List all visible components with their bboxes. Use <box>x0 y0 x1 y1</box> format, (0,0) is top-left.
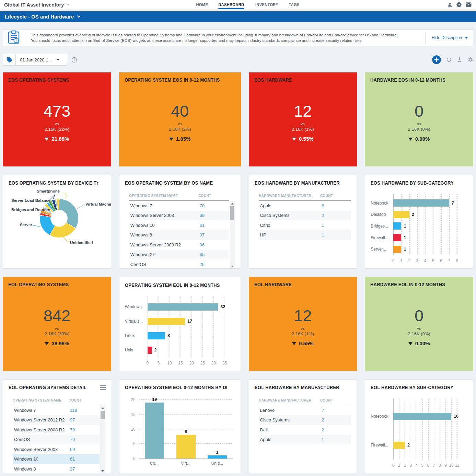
kpi-eos-operating-systems[interactable]: EOS OPERATING SYSTEMS 473 vs 2.16K (22%)… <box>3 72 111 166</box>
table-row[interactable]: Windows XP35 <box>129 250 229 260</box>
value-label: 7 <box>452 201 454 206</box>
user-icon[interactable] <box>447 2 453 8</box>
bar[interactable] <box>148 332 165 339</box>
row-label: Dell <box>260 427 322 432</box>
count-link[interactable]: 69 <box>70 447 100 452</box>
kpi-os-eos-0-12-months[interactable]: OPERATING SYSTEM EOS IN 0-12 MONTHS 40 v… <box>119 72 241 166</box>
bar[interactable] <box>148 303 218 311</box>
table-row[interactable]: Windows Server 200369 <box>129 211 229 221</box>
nav-inventory[interactable]: INVENTORY <box>255 0 278 9</box>
refresh-icon[interactable] <box>446 57 452 63</box>
table-row[interactable]: Windows 7118 <box>13 405 100 415</box>
dashboard-selector[interactable]: Lifecycle - OS and Hardware <box>0 11 476 22</box>
info-icon[interactable]: i <box>71 57 77 63</box>
bar[interactable] <box>176 435 196 458</box>
kpi-hardware-eos-0-12-months[interactable]: HARDWARE EOS IN 0-12 MONTHS 0 vs 2.16K (… <box>365 72 473 166</box>
table-row[interactable]: CentOS70 <box>13 435 100 445</box>
table-row[interactable]: CentOS25 <box>129 259 229 269</box>
table-row[interactable]: Windows Server 2008 R279 <box>13 425 100 435</box>
table-row[interactable]: Dell2 <box>259 425 351 435</box>
count-link[interactable]: 61 <box>70 456 100 462</box>
count-link[interactable]: 37 <box>70 466 100 472</box>
count-link[interactable]: 25 <box>200 262 229 267</box>
nav-dashboard[interactable]: DASHBOARD <box>219 0 244 9</box>
category-label: Desktop <box>371 212 393 217</box>
count-link[interactable]: 1 <box>322 437 351 442</box>
count-link[interactable]: 37 <box>200 232 229 237</box>
add-widget-button[interactable] <box>432 55 441 65</box>
table-row[interactable]: Windows 1061 <box>129 220 229 230</box>
count-link[interactable]: 8 <box>322 203 351 208</box>
table-header: HARDWARE MANUFACTURERCOUNT <box>259 190 351 201</box>
bar[interactable] <box>393 234 401 241</box>
bar[interactable] <box>393 222 401 230</box>
bar[interactable] <box>393 199 449 207</box>
table-row[interactable]: Windows 837 <box>129 230 229 240</box>
count-link[interactable]: 97 <box>70 417 100 422</box>
table-row[interactable]: Cisco Systems2 <box>259 211 351 221</box>
kpi-hardware-eol-0-12-months[interactable]: HARDWARE EOL IN 0-12 MONTHS 0 vs 2.16K (… <box>365 277 473 371</box>
row-label: Windows XP <box>130 252 200 257</box>
count-link[interactable]: 1 <box>322 223 351 228</box>
scrollbar-thumb[interactable] <box>101 411 105 419</box>
nav-home[interactable]: HOME <box>196 0 208 9</box>
table-row[interactable]: Windows Server 2003 R236 <box>129 240 229 250</box>
settings-gear-icon[interactable] <box>467 57 473 63</box>
bar[interactable] <box>148 318 185 325</box>
count-link[interactable]: 1 <box>322 232 351 237</box>
count-link[interactable]: 35 <box>200 252 229 257</box>
download-icon[interactable] <box>456 57 463 63</box>
kpi-eol-operating-systems[interactable]: EOL OPERATING SYSTEMS 842 vs 2.16K (39%)… <box>3 277 111 371</box>
table-row[interactable]: Windows 1061 <box>13 454 100 464</box>
table-row[interactable]: Windows Server 200369 <box>13 444 100 454</box>
count-link[interactable]: 118 <box>70 408 100 413</box>
row-label: Windows 8 <box>130 232 200 237</box>
app-title-menu[interactable]: Global IT Asset Inventory <box>4 2 70 8</box>
count-link[interactable]: 79 <box>70 427 100 432</box>
date-range-select[interactable]: 01 Jan 2020 1... <box>16 54 67 66</box>
table-row[interactable]: HP1 <box>259 230 351 240</box>
scrollbar-thumb[interactable] <box>230 206 234 220</box>
widget-title: EOL OPERATING SYSTEMS <box>8 281 69 287</box>
count-link[interactable]: 69 <box>200 213 229 218</box>
table-row[interactable]: Cisco Systems2 <box>259 415 351 425</box>
count-link[interactable]: 36 <box>200 242 229 247</box>
hide-description-button[interactable]: Hide Description <box>425 32 468 44</box>
mail-icon[interactable] <box>465 1 472 8</box>
table-row[interactable]: Windows 770 <box>129 201 229 211</box>
bar[interactable] <box>148 347 152 354</box>
category-label: Notebook <box>371 201 393 206</box>
count-link[interactable]: 2 <box>322 213 351 218</box>
table-row[interactable]: Windows 837 <box>13 464 100 473</box>
count-link[interactable]: 7 <box>322 408 351 413</box>
kpi-eol-hardware[interactable]: EOL HARDWARE 12 vs 2.16K (1%) 0.55% <box>249 277 357 371</box>
table-row[interactable]: Apple8 <box>259 201 351 211</box>
count-link[interactable]: 2 <box>322 417 351 422</box>
nav-tags[interactable]: TAGS <box>289 0 299 9</box>
axis-tick-label: 4 <box>424 258 427 263</box>
hamburger-menu-icon[interactable] <box>100 385 106 391</box>
count-link[interactable]: 2 <box>322 427 351 432</box>
kpi-eos-hardware[interactable]: EOS HARDWARE 12 vs 2.16K (1%) 0.55% <box>249 72 357 166</box>
table-row[interactable]: Windows Server 2012 R297 <box>13 415 100 425</box>
bar[interactable] <box>393 413 451 420</box>
count-link[interactable]: 70 <box>200 203 229 208</box>
vertical-scrollbar[interactable] <box>230 201 235 269</box>
table-row[interactable]: Citrix1 <box>259 220 351 230</box>
axis-tick-label: 2 <box>408 258 410 263</box>
bar[interactable] <box>393 442 405 449</box>
donut-chart-ring[interactable] <box>40 199 78 237</box>
count-link[interactable]: 70 <box>70 437 100 442</box>
bar[interactable] <box>393 246 401 253</box>
bar[interactable] <box>393 211 409 218</box>
vertical-scrollbar[interactable] <box>100 405 105 473</box>
bar[interactable] <box>208 455 227 458</box>
value-label: 8 <box>185 429 187 434</box>
bar[interactable] <box>145 403 164 458</box>
help-icon[interactable]: ? <box>456 2 462 8</box>
table-row[interactable]: Lenovo7 <box>259 405 351 415</box>
table-row[interactable]: Apple1 <box>259 435 351 445</box>
down-triangle-icon <box>169 138 173 141</box>
count-link[interactable]: 61 <box>200 223 229 228</box>
tag-filter-button[interactable] <box>3 54 16 66</box>
